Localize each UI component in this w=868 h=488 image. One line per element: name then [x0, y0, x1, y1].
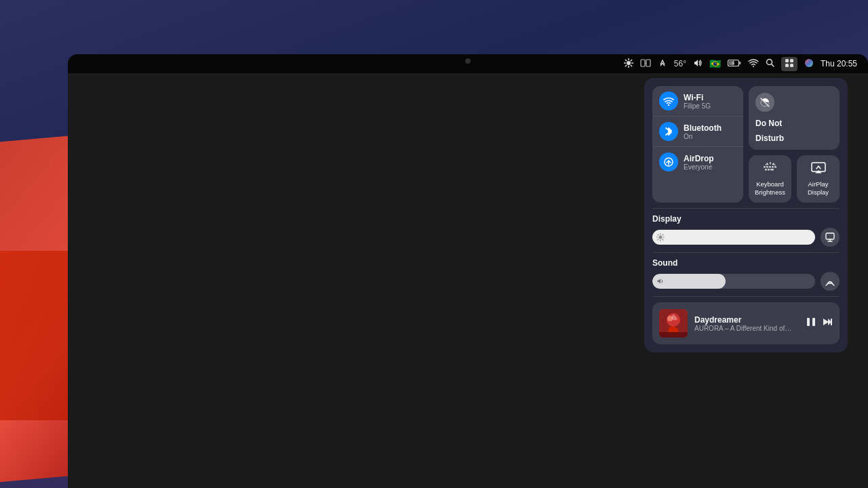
volume-slider-fill — [652, 274, 726, 289]
wifi-tile[interactable]: Wi-Fi Filipe 5G — [652, 86, 743, 117]
dnd-icon — [755, 93, 774, 112]
menubar-right: 56° 🇧🇷 — [624, 57, 857, 71]
svg-rect-9 — [641, 60, 645, 66]
screen-area: 56° 🇧🇷 — [68, 54, 868, 488]
svg-rect-32 — [768, 169, 770, 171]
small-tiles-row: Keyboard Brightness — [749, 155, 840, 203]
airplay-display-label: AirPlay Display — [808, 180, 829, 196]
svg-point-15 — [753, 66, 754, 67]
sound-divider — [652, 252, 840, 253]
brightness-slider-icon — [656, 233, 665, 241]
keyboard-brightness-tile[interactable]: Keyboard Brightness — [749, 155, 791, 203]
airdrop-subtitle: Everyone — [684, 163, 714, 171]
svg-rect-28 — [769, 166, 771, 168]
svg-rect-55 — [659, 332, 688, 338]
now-playing-controls — [806, 317, 833, 330]
svg-line-36 — [772, 163, 774, 165]
pause-button[interactable] — [806, 317, 816, 330]
temperature-display[interactable]: 56° — [674, 59, 686, 68]
siri-icon[interactable] — [804, 58, 814, 70]
svg-rect-26 — [764, 166, 766, 168]
brightness-icon[interactable] — [624, 58, 633, 70]
input-source-icon[interactable]: 🇧🇷 — [709, 58, 721, 69]
airdrop-tile[interactable]: AirDrop Everyone — [652, 147, 743, 177]
dnd-title-line1: Do Not — [755, 119, 782, 128]
svg-rect-27 — [766, 166, 768, 168]
display-slider-row — [652, 228, 840, 247]
skip-forward-icon — [822, 317, 833, 327]
network-speed-icon[interactable] — [658, 58, 667, 70]
now-playing-info: Daydreamer AURORA – A Different Kind of… — [694, 315, 799, 332]
battery-icon[interactable] — [728, 59, 741, 69]
monitor-icon — [825, 232, 835, 242]
airplay-sound-btn[interactable] — [821, 272, 840, 291]
album-art — [659, 309, 688, 338]
airdrop-title: AirDrop — [684, 154, 714, 163]
display-divider — [652, 208, 840, 209]
svg-rect-10 — [646, 60, 650, 66]
svg-rect-29 — [772, 166, 774, 168]
control-center-panel: Wi-Fi Filipe 5G Bluetooth — [644, 78, 848, 352]
sound-section: Sound — [652, 258, 840, 291]
volume-icon[interactable] — [693, 58, 703, 70]
svg-point-40 — [659, 236, 663, 239]
next-button[interactable] — [822, 317, 833, 330]
svg-line-7 — [631, 60, 631, 60]
wifi-subtitle: Filipe 5G — [684, 102, 711, 110]
display-section: Display — [652, 214, 840, 247]
svg-rect-57 — [812, 318, 815, 326]
svg-line-45 — [658, 235, 658, 235]
gpu-icon[interactable] — [640, 58, 651, 69]
svg-rect-33 — [770, 169, 774, 171]
airdrop-tile-icon — [659, 152, 678, 171]
now-playing-widget: Daydreamer AURORA – A Different Kind of… — [652, 302, 840, 344]
now-playing-artist: AURORA – A Different Kind of… — [694, 325, 799, 332]
menubar: 56° 🇧🇷 — [68, 54, 868, 73]
control-center-icon[interactable] — [781, 57, 797, 71]
svg-line-17 — [771, 64, 774, 67]
svg-rect-56 — [807, 318, 810, 326]
wifi-menubar-icon[interactable] — [748, 58, 759, 69]
menubar-time: Thu 20:55 — [821, 59, 857, 68]
svg-line-48 — [658, 239, 658, 240]
display-settings-btn[interactable] — [821, 228, 840, 247]
svg-rect-58 — [831, 319, 832, 325]
brightness-slider[interactable] — [652, 230, 815, 245]
svg-line-5 — [625, 60, 626, 60]
airplay-sound-icon — [825, 277, 835, 286]
bluetooth-tile-icon — [659, 122, 678, 141]
connectivity-group: Wi-Fi Filipe 5G Bluetooth — [652, 86, 743, 203]
webcam-dot — [467, 60, 469, 62]
wifi-title: Wi-Fi — [684, 93, 711, 102]
right-tile-group: Do Not Disturb — [749, 86, 840, 203]
bluetooth-subtitle: On — [684, 133, 722, 140]
keyboard-brightness-icon — [763, 162, 778, 178]
np-divider — [652, 296, 840, 297]
wifi-tile-text: Wi-Fi Filipe 5G — [684, 93, 711, 110]
volume-slider[interactable] — [652, 274, 815, 289]
svg-rect-20 — [785, 64, 789, 67]
svg-rect-18 — [785, 59, 789, 62]
svg-rect-13 — [739, 62, 741, 64]
bluetooth-tile[interactable]: Bluetooth On — [652, 117, 743, 147]
svg-point-22 — [805, 59, 813, 67]
dnd-tile[interactable]: Do Not Disturb — [749, 86, 840, 150]
svg-line-6 — [631, 65, 631, 66]
sound-slider-row — [652, 272, 840, 291]
svg-rect-49 — [826, 233, 834, 239]
airplay-display-icon — [811, 162, 826, 178]
svg-rect-19 — [790, 59, 793, 62]
svg-rect-21 — [790, 64, 793, 67]
macbook-frame: 56° 🇧🇷 — [68, 54, 868, 488]
airplay-display-tile[interactable]: AirPlay Display — [797, 155, 840, 203]
now-playing-title: Daydreamer — [694, 315, 799, 325]
airdrop-tile-text: AirDrop Everyone — [684, 154, 714, 171]
svg-line-8 — [625, 65, 626, 66]
svg-rect-30 — [774, 166, 776, 168]
volume-slider-icon — [656, 277, 665, 285]
dnd-title-line2: Disturb — [755, 134, 784, 143]
cc-top-row: Wi-Fi Filipe 5G Bluetooth — [652, 86, 840, 203]
svg-rect-14 — [729, 61, 734, 65]
spotlight-icon[interactable] — [766, 58, 774, 69]
display-section-label: Display — [652, 214, 840, 224]
